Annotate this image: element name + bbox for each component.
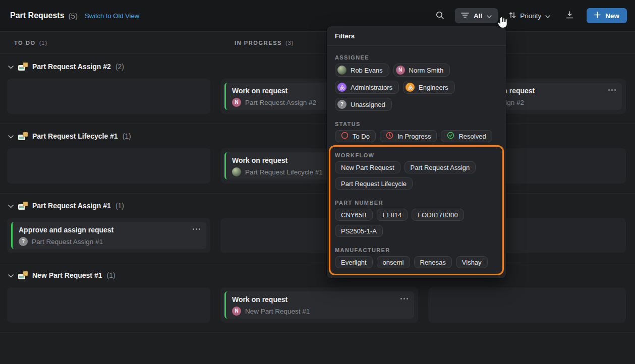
filter-chip-in-progress[interactable]: In Progress [380,130,437,142]
workflow-board-icon [18,202,28,210]
column-label: TO DO [14,40,36,46]
filter-chip-new-part-request[interactable]: New Part Request [335,161,400,173]
swimlane-count: (2) [116,63,124,71]
chip-row: New Part Request Part Request Assign Par… [335,161,498,190]
sort-arrows-icon [509,12,516,20]
swimlane-cells: Work on request Part Request Lifecycle #… [0,148,635,184]
filter-chip-el814[interactable]: EL814 [377,209,408,221]
chevron-down-icon [545,12,550,20]
filter-chip-cny65b[interactable]: CNY65B [335,209,373,221]
swimlane-header[interactable]: Part Request Lifecycle #1 (1) [0,130,635,142]
chip-row: Rob Evans N Norm Smith Administrators [335,64,498,111]
page-title: Part Requests [10,11,65,20]
chip-label: Unassigned [351,101,385,108]
kanban-board: Part Request Assign #2 (2) Work on reque… [0,54,635,333]
chevron-down-icon [8,62,14,71]
avatar [337,66,347,75]
chip-label: Norm Smith [409,67,444,74]
task-card[interactable]: Work on request N New Part Request #1 [224,291,414,319]
avatar: ? [337,100,347,109]
search-button[interactable] [432,8,448,24]
chip-label: Part Request Assign [411,164,470,171]
task-subtitle-row: ? Part Request Assign #1 [19,237,200,246]
overflow-menu-icon[interactable] [193,228,200,230]
filter-chip-everlight[interactable]: Everlight [335,256,373,268]
task-card[interactable]: Approve and assign request ? Part Reques… [11,222,206,249]
filter-chip-resolved[interactable]: Resolved [441,130,492,142]
drop-slot: Approve and assign request ? Part Reques… [7,218,210,253]
task-title: Work on request [232,295,408,304]
swimlane-title: Part Request Assign #2 [32,63,111,71]
empty-drop-slot [428,287,626,323]
swimlane-part-request-lifecycle-1: Part Request Lifecycle #1 (1) Work on re… [0,124,635,194]
section-label: PART NUMBER [335,200,498,206]
task-workflow-name: Part Request Lifecycle #1 [245,168,323,176]
filter-chip-unassigned[interactable]: ? Unassigned [335,98,392,111]
switch-to-old-view-link[interactable]: Switch to Old View [85,12,139,20]
avatar: ? [19,237,28,246]
filter-chip-vishay[interactable]: Vishay [456,256,488,268]
filters-panel: Filters ASSIGNEE Rob Evans N Norm Smith [327,26,506,278]
chip-label: Vishay [462,259,482,266]
filter-chip-administrators[interactable]: Administrators [335,81,399,94]
filter-chip-renesas[interactable]: Renesas [414,256,452,268]
overflow-menu-icon[interactable] [400,298,408,299]
filter-chip-engineers[interactable]: Engineers [403,81,455,94]
part-requests-app: Part Requests (5) Switch to Old View All [0,0,635,364]
filter-dropdown-button[interactable]: All [455,8,498,23]
swimlane-part-request-assign-2: Part Request Assign #2 (2) Work on reque… [0,54,635,124]
section-label: STATUS [335,121,498,127]
chip-label: Everlight [341,259,367,266]
column-header-todo: TO DO (1) [14,40,47,46]
section-label: WORKFLOW [335,152,498,158]
filters-panel-title: Filters [327,26,506,46]
filter-chip-part-request-lifecycle[interactable]: Part Request Lifecycle [335,177,413,190]
workflow-board-icon [18,271,28,279]
task-title: Approve and assign request [19,226,200,234]
filter-dropdown-label: All [474,12,482,20]
swimlane-header[interactable]: Part Request Assign #1 (1) [0,200,635,212]
filter-chip-norm-smith[interactable]: N Norm Smith [393,64,450,77]
overflow-menu-icon[interactable] [608,89,616,91]
chip-label: Engineers [419,84,448,91]
filter-chip-rob-evans[interactable]: Rob Evans [335,64,389,77]
column-header-row: TO DO (1) IN PROGRESS (3) [0,32,635,54]
swimlane-cells: Work on request N Part Request Assign #2… [0,79,635,114]
filter-chip-ps2505-1-a[interactable]: PS2505-1-A [335,225,383,237]
sort-dropdown-label: Priority [520,12,541,20]
chevron-down-icon [8,201,14,210]
in-progress-status-icon [386,132,393,141]
search-icon [435,11,444,21]
column-count: (1) [39,40,47,46]
workflow-board-icon [18,63,28,71]
chip-row: To Do In Progress Resolved [335,130,498,142]
task-workflow-name: New Part Request #1 [245,308,310,315]
section-label: ASSIGNEE [335,54,498,60]
filters-panel-body: ASSIGNEE Rob Evans N Norm Smith [327,54,506,277]
plus-icon [594,12,601,20]
new-button[interactable]: New [587,8,627,23]
task-subtitle-row: N New Part Request #1 [232,307,408,316]
column-label: IN PROGRESS [235,40,282,46]
swimlane-title: New Part Request #1 [32,271,102,279]
filter-chip-fod817b300[interactable]: FOD817B300 [412,209,464,221]
chevron-down-icon [8,132,14,141]
chip-label: onsemi [383,259,404,266]
avatar: N [232,98,241,107]
filter-chip-onsemi[interactable]: onsemi [377,256,410,268]
empty-drop-slot [7,148,210,184]
filter-lines-icon [461,12,469,20]
sort-dropdown-button[interactable]: Priority [505,8,554,23]
swimlane-header[interactable]: Part Request Assign #2 (2) [0,60,635,73]
export-download-button[interactable] [561,8,578,24]
chevron-down-icon [487,12,492,20]
task-workflow-name: Part Request Assign #2 [245,99,316,106]
resolved-status-icon [447,132,454,141]
filter-chip-part-request-assign[interactable]: Part Request Assign [405,161,476,173]
swimlane-header[interactable]: New Part Request #1 (1) [0,269,635,281]
filter-chip-todo[interactable]: To Do [335,130,376,142]
download-icon [565,11,574,21]
section-label: MANUFACTURER [335,247,498,253]
chip-label: Administrators [351,84,392,91]
drop-slot: Work on request N New Part Request #1 [220,287,418,323]
